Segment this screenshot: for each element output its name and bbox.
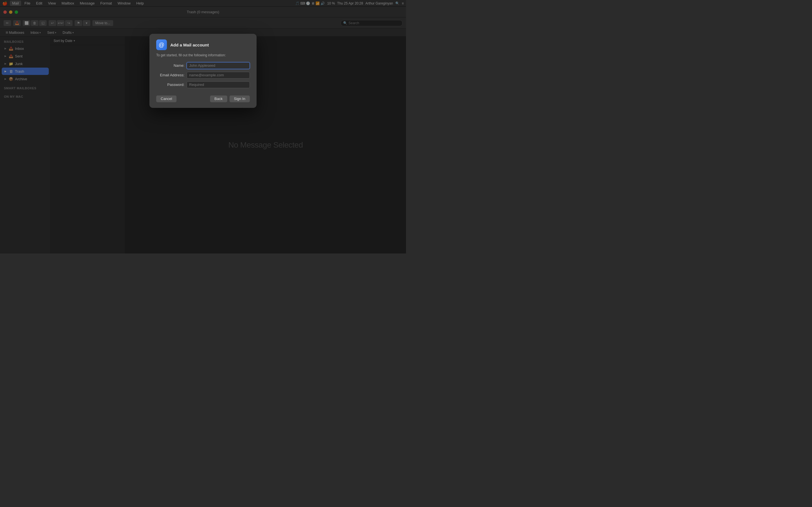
modal-title: Add a Mail account xyxy=(170,43,209,47)
name-label: Name: xyxy=(156,63,185,68)
modal-overlay: @ Add a Mail account To get started, fil… xyxy=(0,0,406,253)
password-input[interactable] xyxy=(187,81,250,88)
back-button[interactable]: Back xyxy=(210,96,227,102)
name-input[interactable] xyxy=(187,62,250,69)
add-mail-account-modal: @ Add a Mail account To get started, fil… xyxy=(149,34,257,108)
modal-subtitle: To get started, fill out the following i… xyxy=(149,53,257,62)
password-field-row: Password: xyxy=(156,81,250,88)
email-input[interactable] xyxy=(187,72,250,78)
modal-icon: @ xyxy=(156,40,167,50)
name-field-row: Name: xyxy=(156,62,250,69)
modal-header: @ Add a Mail account xyxy=(149,34,257,53)
at-sign-icon: @ xyxy=(159,42,164,48)
modal-right-buttons: Back Sign In xyxy=(210,96,250,102)
cancel-button[interactable]: Cancel xyxy=(156,96,176,102)
password-label: Password: xyxy=(156,82,185,87)
modal-footer: Cancel Back Sign In xyxy=(149,91,257,108)
email-label: Email Address: xyxy=(156,73,185,77)
modal-form: Name: Email Address: Password: xyxy=(149,62,257,88)
sign-in-button[interactable]: Sign In xyxy=(230,96,250,102)
email-field-row: Email Address: xyxy=(156,72,250,78)
